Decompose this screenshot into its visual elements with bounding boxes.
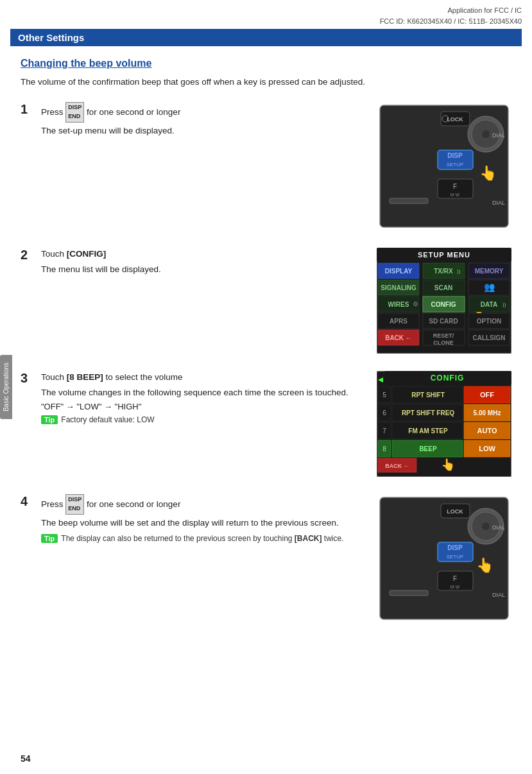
svg-text:LOW: LOW [479, 445, 495, 452]
svg-text:BACK ←: BACK ← [385, 463, 409, 469]
svg-rect-101 [390, 590, 428, 596]
svg-text:OFF: OFF [480, 391, 494, 399]
svg-text:👥: 👥 [484, 282, 495, 293]
step-1-sub: The set-up menu will be displayed. [41, 125, 370, 138]
svg-text:LOCK: LOCK [447, 116, 463, 123]
device-image-1: LOCK DIAL DISP SETUP 👆 F M W D [377, 102, 511, 230]
tip-label-4: Tip [41, 534, 58, 543]
svg-point-3 [482, 130, 490, 138]
subsection-title: Changing the beep volume [21, 58, 511, 69]
svg-text:MEMORY: MEMORY [475, 268, 504, 275]
svg-text:M W: M W [450, 193, 460, 197]
svg-text:RESET/: RESET/ [433, 332, 454, 339]
step-1-image: LOCK DIAL DISP SETUP 👆 F M W D [377, 102, 511, 232]
tip-text-3: Factory default value: LOW [61, 415, 154, 426]
step-3-sub1: The volume changes in the following sequ… [41, 386, 370, 400]
step-3-content: Touch [8 BEEP] to select the volume The … [39, 371, 370, 426]
tip-text-4: The display can also be returned to the … [61, 533, 343, 544]
step-4-content: Press DISPEND for one second or longer T… [39, 494, 370, 544]
step-2-image: SETUP MENU DISPLAY TX/RX )) MEMORY SIGNA… [377, 248, 511, 356]
svg-text:DATA: DATA [481, 301, 497, 308]
svg-text:SETUP: SETUP [447, 554, 464, 560]
header-line1: Application for FCC / IC [10, 5, 522, 16]
svg-text:RPT SHIFT: RPT SHIFT [411, 391, 445, 399]
setup-menu-image: SETUP MENU DISPLAY TX/RX )) MEMORY SIGNA… [377, 248, 511, 354]
svg-text:CALLSIGN: CALLSIGN [472, 334, 505, 341]
header-line2: FCC ID: K6620345X40 / IC: 511B- 20345X40 [10, 16, 522, 27]
svg-text:CONFIG: CONFIG [431, 374, 465, 383]
step-4-sub: The beep volume will be set and the disp… [41, 517, 370, 530]
svg-rect-16 [390, 198, 428, 203]
step-3-main: Touch [8 BEEP] to select the volume [41, 371, 370, 384]
svg-text:APRS: APRS [390, 318, 408, 325]
svg-text:8: 8 [382, 445, 386, 452]
step-1-main: Press DISPEND for one second or longer [41, 102, 370, 123]
svg-point-89 [482, 522, 490, 530]
step-2: 2 Touch [CONFIG] The menu list will be d… [21, 248, 511, 356]
svg-text:BEEP: BEEP [419, 445, 437, 452]
svg-text:AUTO: AUTO [477, 427, 497, 434]
config-menu-image: CONFIG 5 RPT SHIFT OFF 6 RPT SHIFT FREQ … [377, 371, 511, 477]
step-3-image: CONFIG 5 RPT SHIFT OFF 6 RPT SHIFT FREQ … [377, 371, 511, 479]
svg-text:M W: M W [450, 585, 460, 589]
step-2-content: Touch [CONFIG] The menu list will be dis… [39, 248, 370, 277]
svg-text:)): )) [457, 268, 461, 274]
step-3-sub2: "OFF" → "LOW" → "HIGH" [41, 402, 370, 411]
svg-text:)): )) [502, 302, 506, 307]
svg-text:⚙: ⚙ [413, 300, 418, 307]
svg-text:5.00 MHz: 5.00 MHz [474, 409, 501, 417]
svg-text:RPT SHIFT FREQ: RPT SHIFT FREQ [402, 409, 454, 417]
svg-text:F: F [453, 183, 457, 190]
svg-text:BACK ←: BACK ← [385, 334, 412, 341]
svg-text:5: 5 [382, 391, 386, 399]
step-3-tip: Tip Factory default value: LOW [41, 415, 370, 426]
svg-text:SCAN: SCAN [434, 284, 452, 291]
svg-text:DISP: DISP [447, 544, 463, 551]
svg-text:SIGNALING: SIGNALING [381, 284, 416, 291]
svg-text:6: 6 [382, 409, 386, 417]
svg-text:7: 7 [382, 427, 386, 434]
svg-text:LOCK: LOCK [447, 508, 463, 515]
svg-text:DISP: DISP [447, 152, 463, 159]
page-header: Application for FCC / IC FCC ID: K662034… [0, 0, 532, 29]
svg-text:CONFIG: CONFIG [431, 301, 456, 308]
section-header: Other Settings [10, 29, 522, 46]
step-1: 1 Press DISPEND for one second or longer… [21, 102, 511, 232]
step-2-main: Touch [CONFIG] [41, 248, 370, 261]
step-4-tip: Tip The display can also be returned to … [41, 533, 370, 544]
page-number: 54 [21, 753, 31, 764]
device-image-4: LOCK DIAL DISP SETUP 👆 F M W DIAL [377, 494, 511, 623]
step-4-number: 4 [21, 494, 39, 509]
step-1-content: Press DISPEND for one second or longer T… [39, 102, 370, 138]
svg-text:OPTION: OPTION [477, 318, 501, 325]
step-3-number: 3 [21, 371, 39, 386]
svg-text:SETUP: SETUP [447, 162, 464, 168]
svg-text:WIRES: WIRES [388, 301, 409, 308]
svg-text:SETUP MENU: SETUP MENU [418, 251, 470, 259]
svg-text:SD CARD: SD CARD [429, 318, 458, 325]
step-2-sub: The menu list will be displayed. [41, 263, 370, 277]
content-area: Changing the beep volume The volume of t… [0, 58, 532, 624]
step-4-image: LOCK DIAL DISP SETUP 👆 F M W DIAL [377, 494, 511, 624]
step-4-main: Press DISPEND for one second or longer [41, 494, 370, 515]
svg-text:👆: 👆 [476, 556, 494, 574]
svg-text:FM AM STEP: FM AM STEP [408, 427, 448, 434]
step-2-number: 2 [21, 248, 39, 262]
intro-text: The volume of the confirmation beep that… [21, 76, 511, 89]
svg-text:TX/RX: TX/RX [434, 268, 453, 275]
svg-text:👆: 👆 [479, 164, 497, 182]
step-4: 4 Press DISPEND for one second or longer… [21, 494, 511, 624]
svg-text:DIAL: DIAL [492, 200, 505, 206]
svg-text:DIAL: DIAL [492, 592, 505, 598]
svg-text:DIAL: DIAL [492, 524, 505, 531]
svg-text:CLONE: CLONE [433, 340, 454, 346]
svg-text:DIAL: DIAL [492, 132, 505, 139]
tip-label-3: Tip [41, 415, 58, 424]
svg-text:DISPLAY: DISPLAY [385, 268, 413, 275]
step-3: 3 Touch [8 BEEP] to select the volume Th… [21, 371, 511, 479]
svg-text:F: F [453, 575, 457, 582]
step-1-number: 1 [21, 102, 39, 117]
svg-text:👆: 👆 [441, 458, 456, 472]
sidebar-tab: Basic Operations [0, 355, 12, 419]
